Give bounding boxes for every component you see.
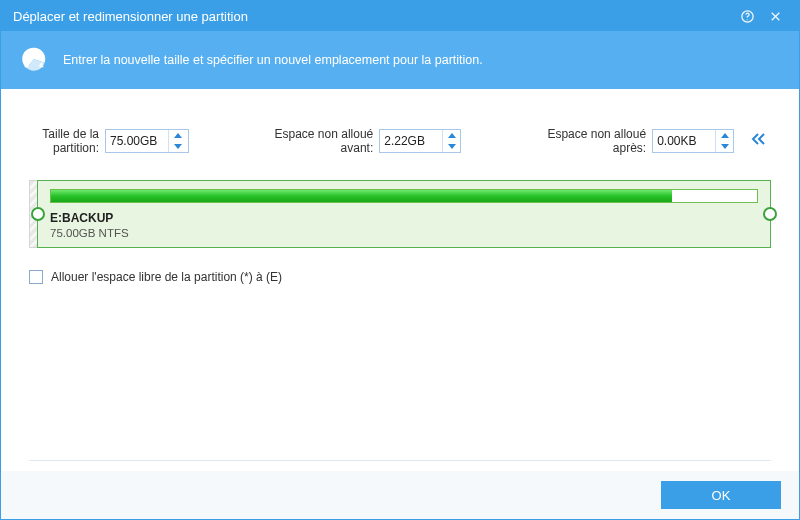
label-unallocated-before: Espace non alloué avant: <box>245 127 373 156</box>
partition-name: E:BACKUP <box>50 211 758 225</box>
svg-point-1 <box>746 19 747 20</box>
unallocated-after-input[interactable] <box>653 130 715 152</box>
footer: OK <box>1 471 799 519</box>
titlebar: Déplacer et redimensionner une partition <box>1 1 799 31</box>
unallocated-after-spinbox[interactable] <box>652 129 734 153</box>
ok-button[interactable]: OK <box>661 481 781 509</box>
dialog-window: Déplacer et redimensionner une partition… <box>0 0 800 520</box>
partition-size-spinbox[interactable] <box>105 129 189 153</box>
partition-size-down[interactable] <box>169 141 186 152</box>
banner-text: Entrer la nouvelle taille et spécifier u… <box>63 53 483 67</box>
usage-bar <box>50 189 758 203</box>
unallocated-after-up[interactable] <box>716 130 733 141</box>
field-unallocated-after: Espace non alloué après: <box>518 127 734 156</box>
field-partition-size: Taille de la partition: <box>29 127 189 156</box>
partition-block[interactable]: E:BACKUP 75.00GB NTFS <box>37 180 771 248</box>
unallocated-after-down[interactable] <box>716 141 733 152</box>
allocate-free-space-label: Allouer l'espace libre de la partition (… <box>51 270 282 284</box>
allocate-free-space-checkbox[interactable] <box>29 270 43 284</box>
close-icon[interactable] <box>761 2 789 30</box>
window-title: Déplacer et redimensionner une partition <box>13 9 733 24</box>
resize-handle-left[interactable] <box>31 207 45 221</box>
footer-separator <box>29 460 771 461</box>
collapse-toggle[interactable] <box>744 127 771 151</box>
unallocated-before-down[interactable] <box>443 141 460 152</box>
partition-meta: 75.00GB NTFS <box>50 227 758 239</box>
partition-size-input[interactable] <box>106 130 168 152</box>
partition-size-up[interactable] <box>169 130 186 141</box>
unallocated-before-spinbox[interactable] <box>379 129 461 153</box>
resize-handle-right[interactable] <box>763 207 777 221</box>
label-unallocated-after: Espace non alloué après: <box>518 127 646 156</box>
unallocated-before-up[interactable] <box>443 130 460 141</box>
partition-diagram: E:BACKUP 75.00GB NTFS <box>29 180 771 248</box>
unallocated-before-input[interactable] <box>380 130 442 152</box>
label-partition-size: Taille de la partition: <box>29 127 99 156</box>
allocate-free-space-row[interactable]: Allouer l'espace libre de la partition (… <box>29 270 771 284</box>
usage-fill <box>51 190 672 202</box>
banner: Entrer la nouvelle taille et spécifier u… <box>1 31 799 89</box>
partition-hero-icon <box>19 44 49 77</box>
field-unallocated-before: Espace non alloué avant: <box>245 127 461 156</box>
size-inputs-row: Taille de la partition: Espace non allou… <box>29 127 771 156</box>
content-area: Taille de la partition: Espace non allou… <box>1 89 799 471</box>
help-icon[interactable] <box>733 2 761 30</box>
